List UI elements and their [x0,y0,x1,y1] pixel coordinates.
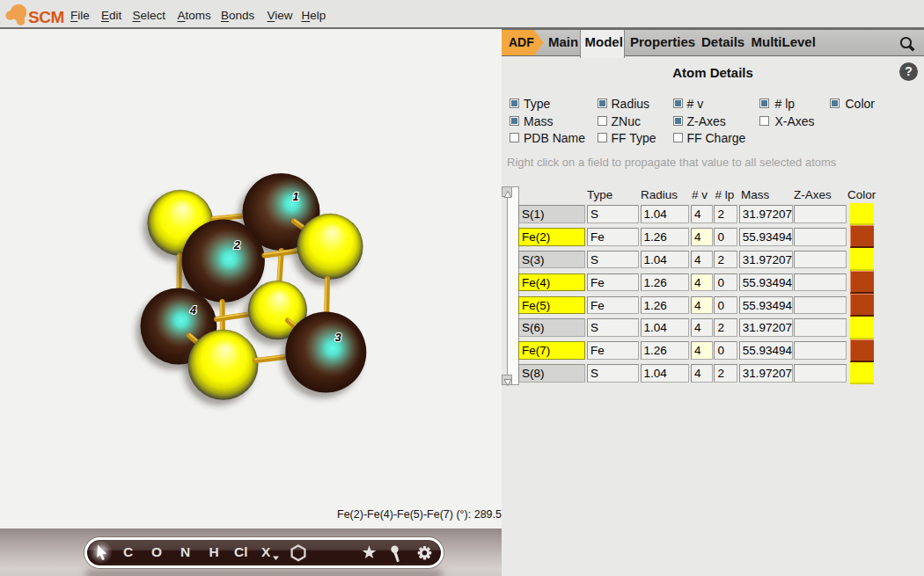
svg-text:SCM: SCM [28,8,64,26]
svg-text:4: 4 [189,304,196,317]
svg-text:2: 2 [233,239,240,252]
svg-text:3: 3 [335,332,341,344]
svg-text:1: 1 [293,191,299,203]
